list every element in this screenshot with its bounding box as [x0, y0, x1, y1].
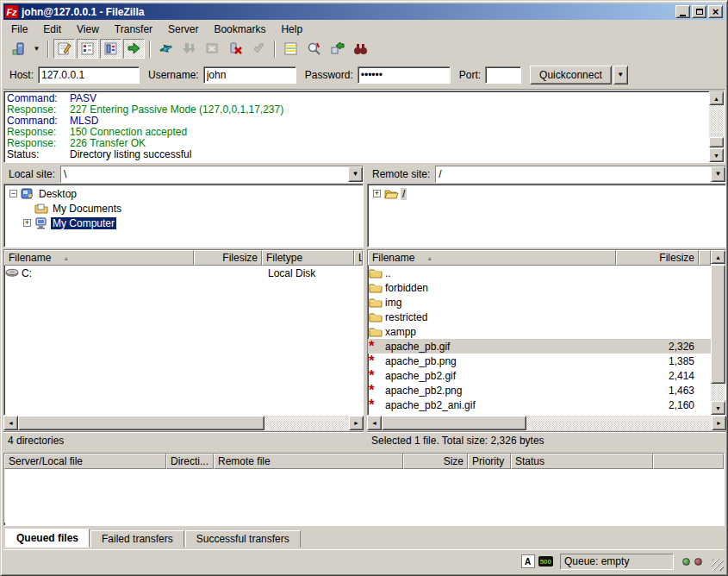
- remote-file-row[interactable]: ..: [368, 266, 711, 280]
- scroll-right-button[interactable]: ►: [712, 416, 726, 430]
- toggle-message-log-button[interactable]: [53, 39, 75, 59]
- remote-file-row[interactable]: xampp: [368, 324, 711, 339]
- tree-item-root[interactable]: + /: [368, 186, 725, 201]
- password-input[interactable]: [358, 66, 451, 84]
- titlebar[interactable]: Fz john@127.0.0.1 - FileZilla ×: [3, 3, 725, 20]
- scroll-up-button[interactable]: ▲: [711, 250, 725, 264]
- queue-column-direction[interactable]: Directi...: [166, 454, 214, 469]
- column-header-filename[interactable]: Filename▲: [368, 250, 616, 266]
- message-log[interactable]: Command:PASV Response:227 Entering Passi…: [3, 91, 725, 163]
- menu-bookmarks[interactable]: Bookmarks: [206, 22, 273, 37]
- remote-file-row[interactable]: *apache_pb2_ani.gif 2,160: [368, 398, 711, 412]
- scroll-down-button[interactable]: ▼: [711, 401, 725, 415]
- local-file-row[interactable]: C: Local Disk: [4, 266, 363, 280]
- remote-site-dropdown[interactable]: ▼: [711, 166, 725, 182]
- transfer-queue[interactable]: Server/Local file Directi... Remote file…: [3, 453, 725, 526]
- resize-grip[interactable]: [712, 559, 724, 571]
- menu-file[interactable]: File: [3, 22, 35, 37]
- remote-file-row[interactable]: *apache_pb2.png 1,463: [368, 383, 711, 398]
- scroll-up-button[interactable]: ▲: [709, 91, 724, 105]
- remote-file-row[interactable]: img: [368, 295, 711, 310]
- host-input[interactable]: [38, 66, 140, 84]
- queue-column-server-local-file[interactable]: Server/Local file: [4, 454, 166, 469]
- toolbar: ▼: [3, 37, 725, 60]
- toggle-remote-tree-button[interactable]: [100, 39, 121, 59]
- queue-column-status[interactable]: Status: [511, 454, 653, 469]
- minimize-button[interactable]: [675, 5, 690, 18]
- tree-item-my-computer[interactable]: + My Computer: [4, 216, 363, 230]
- column-header-filename[interactable]: Filename▲: [4, 250, 194, 266]
- column-header-blank: [699, 250, 711, 266]
- expand-icon[interactable]: +: [373, 190, 381, 197]
- close-button[interactable]: ×: [708, 5, 723, 18]
- queue-column-remote-file[interactable]: Remote file: [214, 454, 403, 469]
- local-site-dropdown[interactable]: ▼: [348, 166, 363, 182]
- remote-file-list[interactable]: Filename▲ Filesize .. forbidden img rest…: [367, 249, 726, 416]
- scrollbar-thumb[interactable]: [709, 137, 724, 147]
- site-manager-icon: [10, 41, 25, 56]
- remote-file-row[interactable]: *apache_pb2.gif 2,414: [368, 368, 711, 383]
- remote-list-vertical-scrollbar[interactable]: ▲ ▼: [711, 250, 725, 415]
- abort-button[interactable]: [248, 39, 270, 59]
- disconnect-icon: [228, 41, 243, 56]
- remote-horizontal-scrollbar[interactable]: ◄ ►: [367, 416, 726, 430]
- quickconnect-dropdown[interactable]: ▼: [613, 66, 628, 85]
- remote-file-row-selected[interactable]: *apache_pb.gif 2,326: [368, 339, 711, 354]
- scroll-down-button[interactable]: ▼: [709, 148, 724, 162]
- column-header-filetype[interactable]: Filetype: [262, 250, 354, 266]
- scroll-right-button[interactable]: ►: [349, 416, 364, 430]
- remote-directory-tree[interactable]: + /: [367, 184, 726, 247]
- refresh-button[interactable]: [155, 39, 177, 59]
- tree-item-desktop[interactable]: − Desktop: [4, 186, 363, 201]
- remote-file-row[interactable]: *apache_pb.png 1,385: [368, 354, 711, 368]
- menu-transfer[interactable]: Transfer: [107, 22, 160, 37]
- local-horizontal-scrollbar[interactable]: ◄ ►: [3, 416, 364, 430]
- remote-site-combo[interactable]: ▼: [435, 166, 726, 183]
- menu-help[interactable]: Help: [273, 22, 310, 37]
- toggle-transfer-queue-button[interactable]: [123, 39, 145, 59]
- menu-edit[interactable]: Edit: [35, 22, 69, 37]
- queue-column-priority[interactable]: Priority: [468, 454, 511, 469]
- scrollbar-thumb[interactable]: [18, 416, 264, 430]
- scrollbar-thumb[interactable]: [711, 265, 725, 384]
- filename-filters-button[interactable]: [303, 39, 325, 59]
- tab-failed-transfers[interactable]: Failed transfers: [90, 530, 184, 548]
- local-site-input[interactable]: [61, 166, 348, 182]
- find-files-button[interactable]: [350, 39, 371, 59]
- tree-item-my-documents[interactable]: My Documents: [4, 201, 363, 216]
- local-file-list[interactable]: Filename▲ Filesize Filetype L C: Local D…: [3, 249, 364, 416]
- column-header-filesize[interactable]: Filesize: [616, 250, 699, 266]
- remote-site-input[interactable]: [436, 166, 711, 182]
- remote-file-row[interactable]: restricted: [368, 310, 711, 324]
- site-manager-button[interactable]: [7, 39, 28, 59]
- toggle-local-tree-button[interactable]: [77, 39, 98, 59]
- remote-file-row[interactable]: forbidden: [368, 280, 711, 295]
- scrollbar-thumb[interactable]: [382, 416, 526, 430]
- disconnect-button[interactable]: [225, 39, 246, 59]
- maximize-button[interactable]: [692, 5, 706, 18]
- local-directory-tree[interactable]: − Desktop My Documents + My Computer: [3, 184, 364, 247]
- process-queue-button[interactable]: [178, 39, 200, 59]
- expand-icon[interactable]: +: [23, 219, 31, 227]
- local-site-combo[interactable]: ▼: [60, 166, 364, 183]
- collapse-icon[interactable]: −: [9, 190, 17, 197]
- menu-view[interactable]: View: [69, 22, 107, 37]
- tab-queued-files[interactable]: Queued files: [5, 529, 90, 548]
- site-manager-dropdown[interactable]: ▼: [30, 39, 43, 59]
- quickconnect-button[interactable]: Quickconnect: [530, 66, 612, 85]
- column-header-filesize[interactable]: Filesize: [194, 250, 262, 266]
- scroll-left-button[interactable]: ◄: [367, 416, 382, 430]
- log-vertical-scrollbar[interactable]: ▲ ▼: [709, 91, 724, 162]
- scroll-left-button[interactable]: ◄: [3, 416, 18, 430]
- remote-status-text: Selected 1 file. Total size: 2,326 bytes: [367, 431, 726, 449]
- remote-tree-pane: Remote site: ▼ + /: [367, 165, 726, 247]
- directory-comparison-button[interactable]: [280, 39, 302, 59]
- username-input[interactable]: [203, 66, 296, 84]
- menu-server[interactable]: Server: [160, 22, 206, 37]
- tab-successful-transfers[interactable]: Successful transfers: [185, 530, 301, 548]
- queue-column-size[interactable]: Size: [403, 454, 468, 469]
- port-input[interactable]: [485, 66, 521, 84]
- column-header-clipped[interactable]: L: [354, 250, 363, 266]
- synchronized-browsing-button[interactable]: [327, 39, 348, 59]
- cancel-operation-button[interactable]: [202, 39, 223, 59]
